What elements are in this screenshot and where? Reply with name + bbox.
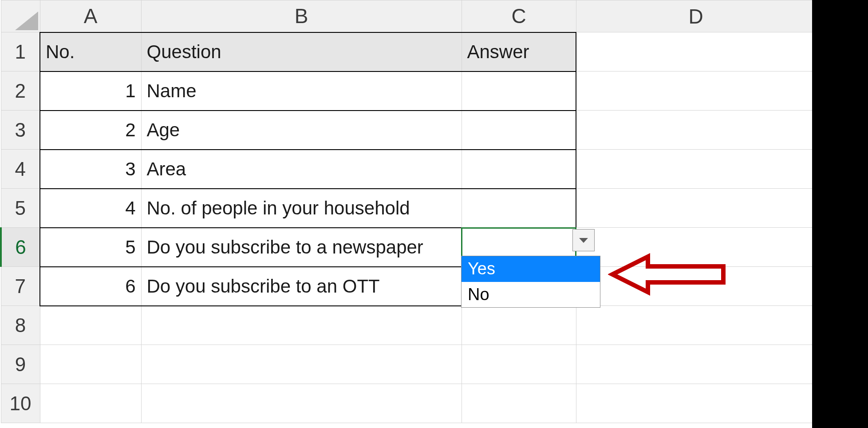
cell-C2[interactable] [462, 71, 576, 111]
cell-A2[interactable]: 1 [40, 71, 141, 111]
row-header-7[interactable]: 7 [1, 267, 40, 306]
column-header-row: A B C D [1, 0, 816, 32]
cell-B1[interactable]: Question [141, 32, 462, 71]
cell-A10[interactable] [40, 384, 141, 423]
select-all-triangle-icon [15, 12, 38, 30]
row-header-6[interactable]: 6 [1, 228, 40, 267]
col-header-A[interactable]: A [40, 0, 141, 32]
cell-A4[interactable]: 3 [40, 150, 141, 189]
cell-C9[interactable] [462, 345, 576, 384]
cell-B6[interactable]: Do you subscribe to a newspaper [141, 228, 462, 267]
row-header-2[interactable]: 2 [1, 71, 40, 111]
cell-B2[interactable]: Name [141, 71, 462, 111]
cell-A9[interactable] [40, 345, 141, 384]
col-header-C[interactable]: C [462, 0, 576, 32]
cell-C3[interactable] [462, 111, 576, 150]
data-row-5: 5 4 No. of people in your household [1, 189, 816, 228]
data-row-1: 1 No. Question Answer [1, 32, 816, 71]
cell-D10[interactable] [576, 384, 816, 423]
cell-A5[interactable]: 4 [40, 189, 141, 228]
cell-B4[interactable]: Area [141, 150, 462, 189]
data-row-4: 4 3 Area [1, 150, 816, 189]
cell-D2[interactable] [576, 71, 816, 111]
row-header-1[interactable]: 1 [1, 32, 40, 71]
data-row-10: 10 [1, 384, 816, 423]
data-validation-dropdown-list[interactable]: Yes No [461, 256, 600, 308]
cell-C1[interactable]: Answer [462, 32, 576, 71]
row-header-5[interactable]: 5 [1, 189, 40, 228]
select-all-corner[interactable] [1, 0, 40, 32]
cell-C5[interactable] [462, 189, 576, 228]
data-row-8: 8 [1, 306, 816, 345]
data-row-9: 9 [1, 345, 816, 384]
cell-B7[interactable]: Do you subscribe to an OTT [141, 267, 462, 306]
cell-A6[interactable]: 5 [40, 228, 141, 267]
dropdown-option-yes[interactable]: Yes [462, 256, 600, 282]
cell-A7[interactable]: 6 [40, 267, 141, 306]
row-header-10[interactable]: 10 [1, 384, 40, 423]
col-header-B[interactable]: B [141, 0, 462, 32]
spreadsheet-area: A B C D 1 No. Question Answer 2 1 Name 3… [0, 0, 812, 428]
row-header-4[interactable]: 4 [1, 150, 40, 189]
annotation-arrow-icon [608, 252, 728, 297]
dropdown-option-no[interactable]: No [462, 282, 600, 308]
cell-D9[interactable] [576, 345, 816, 384]
cell-C8[interactable] [462, 306, 576, 345]
cell-D5[interactable] [576, 189, 816, 228]
cropped-edge [812, 0, 868, 428]
cell-B3[interactable]: Age [141, 111, 462, 150]
cell-B5[interactable]: No. of people in your household [141, 189, 462, 228]
cell-B9[interactable] [141, 345, 462, 384]
spreadsheet-grid: A B C D 1 No. Question Answer 2 1 Name 3… [0, 0, 816, 423]
cell-D1[interactable] [576, 32, 816, 71]
cell-D3[interactable] [576, 111, 816, 150]
cell-C10[interactable] [462, 384, 576, 423]
cell-B8[interactable] [141, 306, 462, 345]
chevron-down-icon [579, 238, 588, 243]
cell-A1[interactable]: No. [40, 32, 141, 71]
cell-D8[interactable] [576, 306, 816, 345]
cell-B10[interactable] [141, 384, 462, 423]
row-header-3[interactable]: 3 [1, 111, 40, 150]
data-row-3: 3 2 Age [1, 111, 816, 150]
cell-A3[interactable]: 2 [40, 111, 141, 150]
cell-C4[interactable] [462, 150, 576, 189]
cell-A8[interactable] [40, 306, 141, 345]
col-header-D[interactable]: D [576, 0, 816, 32]
cell-D4[interactable] [576, 150, 816, 189]
data-row-2: 2 1 Name [1, 71, 816, 111]
data-validation-dropdown-button[interactable] [572, 229, 595, 251]
row-header-9[interactable]: 9 [1, 345, 40, 384]
row-header-8[interactable]: 8 [1, 306, 40, 345]
